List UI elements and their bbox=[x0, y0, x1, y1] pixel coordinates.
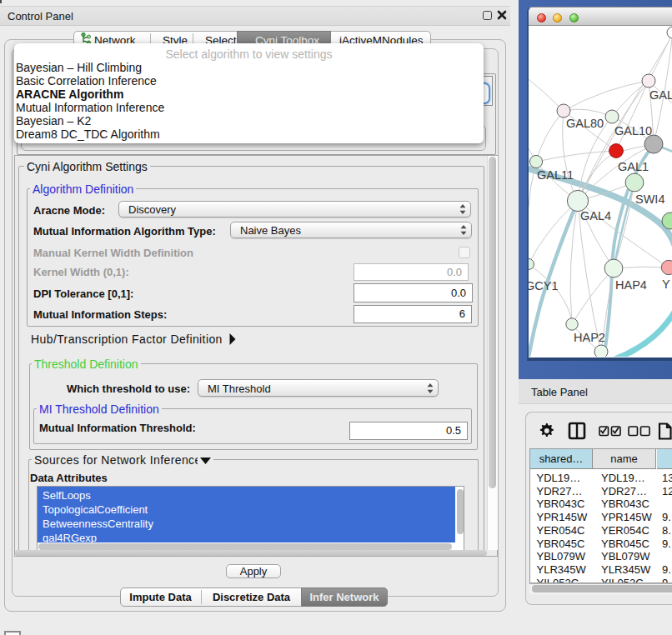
svg-text:GAL11: GAL11 bbox=[537, 168, 574, 182]
svg-text:GAL80: GAL80 bbox=[566, 117, 604, 130]
svg-text:GAL1: GAL1 bbox=[618, 160, 649, 173]
svg-text:GAL10: GAL10 bbox=[614, 124, 652, 138]
svg-text:HAP2: HAP2 bbox=[574, 331, 605, 344]
svg-text:GAL7: GAL7 bbox=[649, 88, 672, 102]
svg-text:GAL4: GAL4 bbox=[580, 209, 611, 222]
svg-text:GCY1: GCY1 bbox=[529, 279, 559, 292]
svg-text:HAP4: HAP4 bbox=[615, 278, 647, 292]
svg-text:SWI4: SWI4 bbox=[635, 192, 664, 206]
svg-text:Y: Y bbox=[662, 278, 670, 291]
